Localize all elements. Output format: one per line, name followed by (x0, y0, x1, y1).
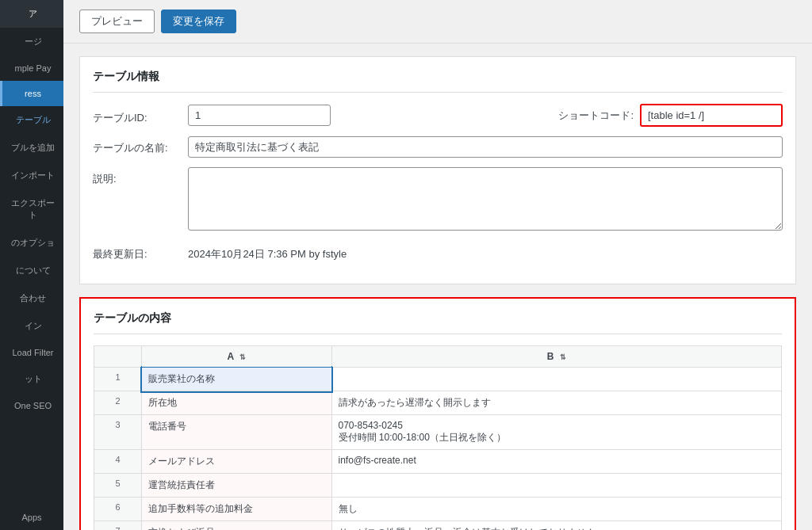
shortcode-label: ショートコード: (558, 109, 634, 123)
cell-6-b[interactable]: 無し (331, 498, 781, 521)
row-num-4: 4 (94, 450, 142, 474)
cell-5-b[interactable] (331, 474, 781, 498)
cell-1-a[interactable]: 販売業社の名称 (142, 368, 332, 391)
cell-7-b[interactable]: サービスの性質上、返品・返金は基本お受けしておりません。＜商品に不備がある場..… (331, 521, 781, 531)
table-row: 4 メールアドレス info@fs-create.net (94, 450, 782, 474)
col-header-num (94, 346, 142, 368)
table-content-title: テーブルの内容 (94, 311, 782, 334)
table-name-input[interactable] (188, 136, 783, 158)
cell-3-b[interactable]: 070-8543-0245受付時間 10:00-18:00（土日祝を除く） (331, 415, 781, 450)
sidebar-item-add-table[interactable]: ブルを追加 (0, 134, 63, 162)
sidebar-item-ア[interactable]: ア (0, 0, 63, 28)
table-desc-label: 説明: (93, 167, 188, 186)
table-row: 5 運営統括責任者 (94, 474, 782, 498)
main-content: プレビュー 変更を保存 テーブル情報 テーブルID: ショートコード: テーブル… (63, 0, 812, 530)
data-table: A ⇅ B ⇅ 1 販売業社の名称 2 所在地 請求があったら遅滞なく開示します… (94, 345, 782, 530)
cell-3-a[interactable]: 電話番号 (142, 415, 332, 450)
table-id-label: テーブルID: (93, 106, 188, 125)
toolbar: プレビュー 変更を保存 (63, 0, 812, 44)
sidebar-item-one-seo[interactable]: One SEO (0, 393, 63, 418)
col-b-sort-icon: ⇅ (560, 353, 566, 361)
cell-4-a[interactable]: メールアドレス (142, 450, 332, 474)
row-num-5: 5 (94, 474, 142, 498)
sidebar-item-contact[interactable]: 合わせ (0, 284, 63, 312)
table-info-section: テーブル情報 テーブルID: ショートコード: テーブルの名前: 説明: (79, 56, 796, 284)
cell-6-a[interactable]: 追加手数料等の追加料金 (142, 498, 332, 521)
col-header-b[interactable]: B ⇅ (331, 346, 781, 368)
cell-2-b[interactable]: 請求があったら遅滞なく開示します (331, 391, 781, 415)
sidebar-item-export[interactable]: エクスポート (0, 189, 63, 229)
last-updated-label: 最終更新日: (93, 242, 188, 261)
shortcode-input[interactable] (640, 104, 783, 127)
sidebar-item-options[interactable]: のオプショ (0, 229, 63, 257)
sidebar-item-net[interactable]: ット (0, 365, 63, 393)
table-desc-row: 説明: (93, 167, 783, 233)
sidebar-item-import[interactable]: インポート (0, 162, 63, 189)
last-updated-value: 2024年10月24日 7:36 PM by fstyle (188, 242, 347, 261)
col-a-sort-icon: ⇅ (239, 353, 246, 361)
table-desc-textarea[interactable] (188, 167, 783, 231)
col-header-a[interactable]: A ⇅ (142, 346, 332, 368)
table-row: 2 所在地 請求があったら遅滞なく開示します (94, 391, 782, 415)
sidebar-item-about[interactable]: について (0, 257, 63, 284)
cell-1-b[interactable] (331, 368, 781, 391)
row-num-6: 6 (94, 498, 142, 521)
table-row: 6 追加手数料等の追加料金 無し (94, 498, 782, 521)
table-content-section: テーブルの内容 A ⇅ B ⇅ 1 販売業社の名称 2 所在地 請求があ (79, 297, 796, 530)
sidebar-item-page[interactable]: ージ (0, 28, 63, 55)
table-id-input[interactable] (188, 105, 331, 126)
sidebar-item-in[interactable]: イン (0, 312, 63, 340)
cell-2-a[interactable]: 所在地 (142, 391, 332, 415)
sidebar-item-simple-pay[interactable]: mple Pay (0, 55, 63, 81)
row-num-7: 7 (94, 521, 142, 531)
row-num-1: 1 (94, 368, 142, 391)
cell-5-a[interactable]: 運営統括責任者 (142, 474, 332, 498)
row-num-3: 3 (94, 415, 142, 450)
table-name-label: テーブルの名前: (93, 136, 188, 155)
preview-button[interactable]: プレビュー (79, 10, 155, 33)
table-row: 1 販売業社の名称 (94, 368, 782, 391)
cell-4-b[interactable]: info@fs-create.net (331, 450, 781, 474)
sidebar-item-press[interactable]: ress (0, 81, 63, 106)
last-updated-row: 最終更新日: 2024年10月24日 7:36 PM by fstyle (93, 242, 783, 261)
sidebar-item-apps[interactable]: Apps (0, 505, 63, 530)
table-info-title: テーブル情報 (93, 70, 783, 93)
table-name-row: テーブルの名前: (93, 136, 783, 158)
row-num-2: 2 (94, 391, 142, 415)
save-button[interactable]: 変更を保存 (161, 10, 236, 33)
table-id-row: テーブルID: ショートコード: (93, 104, 783, 127)
table-row: 3 電話番号 070-8543-0245受付時間 10:00-18:00（土日祝… (94, 415, 782, 450)
sidebar-item-load-filter[interactable]: Load Filter (0, 340, 63, 365)
sidebar-item-table[interactable]: テーブル (0, 106, 63, 134)
sidebar: ア ージ mple Pay ress テーブル ブルを追加 インポート エクスポ… (0, 0, 63, 530)
table-row: 7 交換および返品 サービスの性質上、返品・返金は基本お受けしておりません。＜商… (94, 521, 782, 531)
cell-7-a[interactable]: 交換および返品 (142, 521, 332, 531)
